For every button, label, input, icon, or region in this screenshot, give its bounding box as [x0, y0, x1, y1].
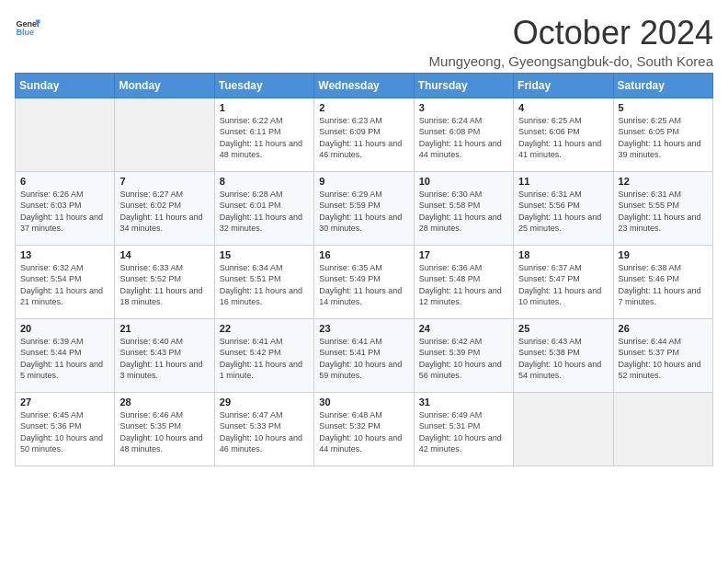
day-number: 14	[119, 249, 209, 260]
day-header-sunday: Sunday	[16, 73, 115, 98]
day-info: Sunrise: 6:25 AM Sunset: 6:06 PM Dayligh…	[518, 115, 608, 161]
day-info: Sunrise: 6:30 AM Sunset: 5:58 PM Dayligh…	[419, 189, 508, 235]
day-info: Sunrise: 6:26 AM Sunset: 6:03 PM Dayligh…	[20, 189, 109, 235]
calendar-cell: 23Sunrise: 6:41 AM Sunset: 5:41 PM Dayli…	[314, 318, 414, 392]
day-number: 4	[518, 102, 608, 113]
day-number: 26	[619, 323, 708, 334]
day-info: Sunrise: 6:49 AM Sunset: 5:31 PM Dayligh…	[419, 409, 508, 455]
day-number: 25	[518, 323, 608, 334]
calendar-week-3: 20Sunrise: 6:39 AM Sunset: 5:44 PM Dayli…	[16, 318, 713, 392]
calendar-cell	[115, 98, 214, 171]
day-number: 27	[20, 396, 109, 408]
day-header-friday: Friday	[514, 73, 613, 98]
calendar-cell: 5Sunrise: 6:25 AM Sunset: 6:05 PM Daylig…	[613, 98, 712, 171]
day-number: 20	[20, 323, 109, 334]
calendar-table: SundayMondayTuesdayWednesdayThursdayFrid…	[15, 73, 713, 466]
day-number: 23	[319, 323, 408, 334]
calendar-cell: 29Sunrise: 6:47 AM Sunset: 5:33 PM Dayli…	[214, 392, 313, 465]
day-info: Sunrise: 6:37 AM Sunset: 5:47 PM Dayligh…	[518, 262, 608, 308]
calendar-cell: 26Sunrise: 6:44 AM Sunset: 5:37 PM Dayli…	[613, 318, 712, 392]
calendar-cell: 16Sunrise: 6:35 AM Sunset: 5:49 PM Dayli…	[314, 245, 414, 318]
svg-text:Blue: Blue	[16, 28, 34, 37]
calendar-cell: 19Sunrise: 6:38 AM Sunset: 5:46 PM Dayli…	[613, 245, 712, 318]
calendar-cell: 22Sunrise: 6:41 AM Sunset: 5:42 PM Dayli…	[214, 318, 313, 392]
day-info: Sunrise: 6:25 AM Sunset: 6:05 PM Dayligh…	[619, 115, 708, 161]
day-info: Sunrise: 6:23 AM Sunset: 6:09 PM Dayligh…	[319, 115, 408, 161]
day-number: 31	[419, 396, 508, 408]
day-info: Sunrise: 6:35 AM Sunset: 5:49 PM Dayligh…	[319, 262, 408, 308]
day-number: 28	[119, 396, 209, 408]
calendar-week-0: 1Sunrise: 6:22 AM Sunset: 6:11 PM Daylig…	[16, 98, 713, 171]
day-info: Sunrise: 6:34 AM Sunset: 5:51 PM Dayligh…	[220, 262, 309, 308]
day-info: Sunrise: 6:29 AM Sunset: 5:59 PM Dayligh…	[319, 189, 408, 235]
day-info: Sunrise: 6:38 AM Sunset: 5:46 PM Dayligh…	[619, 262, 708, 308]
day-number: 7	[119, 176, 209, 187]
day-number: 1	[220, 102, 309, 113]
day-number: 24	[419, 323, 508, 334]
day-header-wednesday: Wednesday	[314, 73, 414, 98]
calendar-cell	[16, 98, 115, 171]
day-info: Sunrise: 6:27 AM Sunset: 6:02 PM Dayligh…	[119, 189, 209, 235]
calendar-cell: 25Sunrise: 6:43 AM Sunset: 5:38 PM Dayli…	[514, 318, 613, 392]
day-info: Sunrise: 6:24 AM Sunset: 6:08 PM Dayligh…	[419, 115, 508, 161]
day-number: 21	[119, 323, 209, 334]
day-info: Sunrise: 6:45 AM Sunset: 5:36 PM Dayligh…	[20, 409, 109, 455]
day-info: Sunrise: 6:47 AM Sunset: 5:33 PM Dayligh…	[220, 409, 309, 455]
calendar-cell: 20Sunrise: 6:39 AM Sunset: 5:44 PM Dayli…	[16, 318, 115, 392]
title-area: October 2024 Mungyeong, Gyeongsangbuk-do…	[429, 15, 713, 69]
day-header-thursday: Thursday	[414, 73, 513, 98]
calendar-cell: 6Sunrise: 6:26 AM Sunset: 6:03 PM Daylig…	[16, 171, 115, 245]
day-number: 3	[419, 102, 508, 113]
calendar-cell: 27Sunrise: 6:45 AM Sunset: 5:36 PM Dayli…	[16, 392, 115, 465]
day-number: 19	[619, 249, 708, 260]
day-info: Sunrise: 6:32 AM Sunset: 5:54 PM Dayligh…	[20, 262, 109, 308]
header: General Blue October 2024 Mungyeong, Gye…	[15, 15, 713, 69]
calendar-cell: 11Sunrise: 6:31 AM Sunset: 5:56 PM Dayli…	[514, 171, 613, 245]
calendar-cell: 21Sunrise: 6:40 AM Sunset: 5:43 PM Dayli…	[115, 318, 214, 392]
calendar-week-4: 27Sunrise: 6:45 AM Sunset: 5:36 PM Dayli…	[16, 392, 713, 465]
day-info: Sunrise: 6:41 AM Sunset: 5:41 PM Dayligh…	[319, 336, 408, 382]
day-number: 22	[220, 323, 309, 334]
calendar-cell: 9Sunrise: 6:29 AM Sunset: 5:59 PM Daylig…	[314, 171, 414, 245]
day-info: Sunrise: 6:39 AM Sunset: 5:44 PM Dayligh…	[20, 336, 109, 382]
calendar-cell: 12Sunrise: 6:31 AM Sunset: 5:55 PM Dayli…	[613, 171, 712, 245]
day-info: Sunrise: 6:44 AM Sunset: 5:37 PM Dayligh…	[619, 336, 708, 382]
calendar-cell: 8Sunrise: 6:28 AM Sunset: 6:01 PM Daylig…	[214, 171, 313, 245]
day-number: 2	[319, 102, 408, 113]
calendar-cell: 18Sunrise: 6:37 AM Sunset: 5:47 PM Dayli…	[514, 245, 613, 318]
day-info: Sunrise: 6:31 AM Sunset: 5:56 PM Dayligh…	[518, 189, 608, 235]
day-info: Sunrise: 6:42 AM Sunset: 5:39 PM Dayligh…	[419, 336, 508, 382]
calendar-cell: 14Sunrise: 6:33 AM Sunset: 5:52 PM Dayli…	[115, 245, 214, 318]
day-header-saturday: Saturday	[613, 73, 712, 98]
day-info: Sunrise: 6:43 AM Sunset: 5:38 PM Dayligh…	[518, 336, 608, 382]
day-number: 18	[518, 249, 608, 260]
logo: General Blue	[15, 15, 40, 40]
calendar-cell: 17Sunrise: 6:36 AM Sunset: 5:48 PM Dayli…	[414, 245, 513, 318]
calendar-week-1: 6Sunrise: 6:26 AM Sunset: 6:03 PM Daylig…	[16, 171, 713, 245]
calendar-header: SundayMondayTuesdayWednesdayThursdayFrid…	[16, 73, 713, 98]
day-number: 30	[319, 396, 408, 408]
day-number: 6	[20, 176, 109, 187]
calendar-cell: 24Sunrise: 6:42 AM Sunset: 5:39 PM Dayli…	[414, 318, 513, 392]
calendar-cell: 31Sunrise: 6:49 AM Sunset: 5:31 PM Dayli…	[414, 392, 513, 465]
day-info: Sunrise: 6:46 AM Sunset: 5:35 PM Dayligh…	[119, 409, 209, 455]
day-number: 5	[619, 102, 708, 113]
day-info: Sunrise: 6:36 AM Sunset: 5:48 PM Dayligh…	[419, 262, 508, 308]
calendar-cell: 2Sunrise: 6:23 AM Sunset: 6:09 PM Daylig…	[314, 98, 414, 171]
day-info: Sunrise: 6:28 AM Sunset: 6:01 PM Dayligh…	[220, 189, 309, 235]
day-info: Sunrise: 6:33 AM Sunset: 5:52 PM Dayligh…	[119, 262, 209, 308]
calendar-cell: 1Sunrise: 6:22 AM Sunset: 6:11 PM Daylig…	[214, 98, 313, 171]
day-info: Sunrise: 6:41 AM Sunset: 5:42 PM Dayligh…	[220, 336, 309, 382]
calendar-cell: 10Sunrise: 6:30 AM Sunset: 5:58 PM Dayli…	[414, 171, 513, 245]
day-info: Sunrise: 6:31 AM Sunset: 5:55 PM Dayligh…	[619, 189, 708, 235]
day-header-monday: Monday	[115, 73, 214, 98]
logo-icon: General Blue	[15, 15, 40, 40]
calendar-cell	[613, 392, 712, 465]
calendar-cell: 3Sunrise: 6:24 AM Sunset: 6:08 PM Daylig…	[414, 98, 513, 171]
day-info: Sunrise: 6:48 AM Sunset: 5:32 PM Dayligh…	[319, 409, 408, 455]
month-title: October 2024	[429, 15, 713, 52]
day-number: 15	[220, 249, 309, 260]
calendar-cell: 15Sunrise: 6:34 AM Sunset: 5:51 PM Dayli…	[214, 245, 313, 318]
day-number: 8	[220, 176, 309, 187]
calendar-cell: 28Sunrise: 6:46 AM Sunset: 5:35 PM Dayli…	[115, 392, 214, 465]
